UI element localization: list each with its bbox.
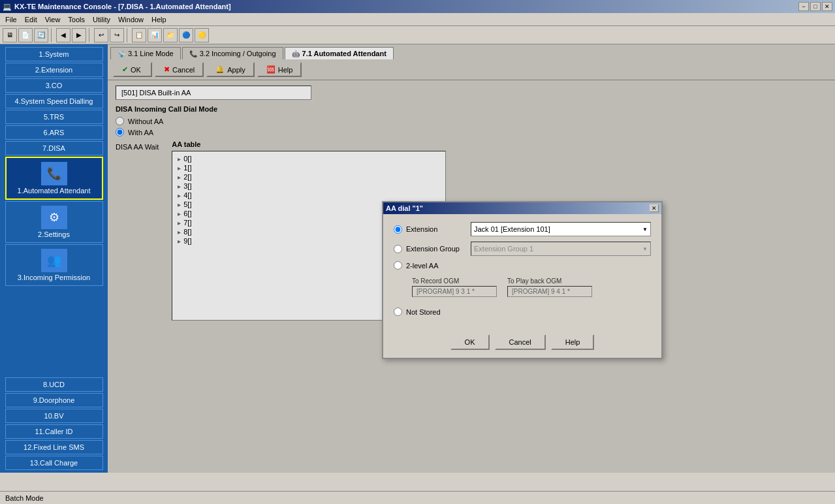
sidebar-item-ucd[interactable]: 8.UCD xyxy=(5,377,103,392)
toolbar-btn-7[interactable]: ↪ xyxy=(110,28,124,42)
sidebar-item-auto-attendant[interactable]: 📞 1.Automated Attendant xyxy=(5,157,103,200)
to-playback-ogm-label: To Play back OGM xyxy=(507,277,592,285)
main-layout: 1.System 2.Extension 3.CO 4.System Speed… xyxy=(0,44,835,473)
to-record-ogm-label: To Record OGM xyxy=(412,277,497,285)
extension-label-text: Extension xyxy=(406,225,437,233)
toolbar-btn-11[interactable]: 🔵 xyxy=(179,28,193,42)
two-level-aa-radio-label[interactable]: 2-level AA xyxy=(394,261,465,270)
extension-group-radio-label[interactable]: Extension Group xyxy=(394,245,465,253)
modal-ok-button[interactable]: OK xyxy=(450,334,490,350)
extension-group-dropdown-value: Extension Group 1 xyxy=(474,245,533,253)
two-level-aa-label-text: 2-level AA xyxy=(406,262,439,270)
toolbar-btn-5[interactable]: ▶ xyxy=(72,28,86,42)
status-bar: Batch Mode xyxy=(0,491,835,504)
extension-group-label-text: Extension Group xyxy=(406,245,460,253)
sidebar-item-caller-id[interactable]: 11.Caller ID xyxy=(5,424,103,439)
modal-row-not-stored: Not Stored xyxy=(394,307,651,316)
modal-help-button[interactable]: Help xyxy=(551,334,595,350)
menu-help[interactable]: Help xyxy=(148,14,170,25)
extension-group-radio[interactable] xyxy=(394,245,402,253)
modal-overlay: AA dial "1" ✕ Extension Jack 01 [Extensi… xyxy=(108,44,835,473)
toolbar-btn-3[interactable]: 🔄 xyxy=(34,28,48,42)
to-playback-ogm-field: To Play back OGM xyxy=(507,277,592,297)
to-record-ogm-field: To Record OGM xyxy=(412,277,497,297)
modal-row-2level-aa: 2-level AA To Record OGM To Play back OG… xyxy=(394,261,651,302)
sidebar: 1.System 2.Extension 3.CO 4.System Speed… xyxy=(0,44,108,473)
not-stored-radio-label[interactable]: Not Stored xyxy=(394,307,465,316)
toolbar-btn-10[interactable]: 📁 xyxy=(163,28,178,42)
menu-file[interactable]: File xyxy=(1,14,21,25)
extension-group-dropdown-arrow: ▼ xyxy=(642,246,648,252)
sidebar-item-doorphone[interactable]: 9.Doorphone xyxy=(5,393,103,407)
extension-dropdown[interactable]: Jack 01 [Extension 101] ▼ xyxy=(471,222,651,236)
app-icon: 💻 xyxy=(3,3,12,11)
to-playback-ogm-input xyxy=(507,286,592,297)
sidebar-label-settings: 2.Settings xyxy=(38,230,70,238)
modal-row-extension: Extension Jack 01 [Extension 101] ▼ xyxy=(394,222,651,236)
sidebar-item-ars[interactable]: 6.ARS xyxy=(5,125,103,140)
toolbar-separator-3 xyxy=(127,28,129,42)
menu-window[interactable]: Window xyxy=(114,14,148,25)
toolbar-btn-2[interactable]: 📄 xyxy=(18,28,33,42)
toolbar-btn-1[interactable]: 🖥 xyxy=(3,28,17,42)
not-stored-radio[interactable] xyxy=(394,307,402,316)
not-stored-label-text: Not Stored xyxy=(406,308,441,316)
menu-tools[interactable]: Tools xyxy=(64,14,89,25)
toolbar-separator-1 xyxy=(51,28,54,42)
toolbar-btn-6[interactable]: ↩ xyxy=(94,28,108,42)
title-bar: 💻 KX-TE Maintenance Console - [7.DISA - … xyxy=(0,0,835,13)
incoming-permission-icon: 👥 xyxy=(41,249,67,272)
menu-utility[interactable]: Utility xyxy=(89,14,114,25)
extension-group-dropdown[interactable]: Extension Group 1 ▼ xyxy=(471,242,651,256)
settings-icon: ⚙ xyxy=(41,206,67,229)
two-level-aa-radio[interactable] xyxy=(394,261,402,270)
title-text: KX-TE Maintenance Console - [7.DISA - 1.… xyxy=(14,3,231,10)
sidebar-label-auto-attendant: 1.Automated Attendant xyxy=(18,187,91,195)
sidebar-label-incoming-permission: 3.Incoming Permission xyxy=(18,274,90,281)
modal-cancel-button[interactable]: Cancel xyxy=(495,334,546,350)
toolbar-separator-2 xyxy=(89,28,91,42)
toolbar-btn-4[interactable]: ◀ xyxy=(56,28,71,42)
modal-footer: OK Cancel Help xyxy=(383,329,661,358)
minimize-button[interactable]: − xyxy=(798,2,809,11)
sidebar-item-disa[interactable]: 7.DISA xyxy=(5,141,103,155)
main-toolbar: 🖥 📄 🔄 ◀ ▶ ↩ ↪ 📋 📊 📁 🔵 🟡 xyxy=(0,26,835,44)
maximize-button[interactable]: □ xyxy=(810,2,821,11)
sidebar-item-trs[interactable]: 5.TRS xyxy=(5,110,103,124)
sidebar-item-bv[interactable]: 10.BV xyxy=(5,409,103,423)
close-button[interactable]: ✕ xyxy=(822,2,832,11)
extension-radio[interactable] xyxy=(394,225,402,234)
toolbar-btn-9[interactable]: 📊 xyxy=(148,28,162,42)
sidebar-item-incoming-permission[interactable]: 👥 3.Incoming Permission xyxy=(5,244,103,286)
toolbar-btn-12[interactable]: 🟡 xyxy=(195,28,209,42)
status-text: Batch Mode xyxy=(5,494,44,502)
sidebar-item-settings[interactable]: ⚙ 2.Settings xyxy=(5,201,103,243)
modal-title: AA dial "1" xyxy=(386,204,423,212)
auto-attendant-icon: 📞 xyxy=(41,162,67,185)
extension-radio-label[interactable]: Extension xyxy=(394,225,465,234)
sidebar-item-system[interactable]: 1.System xyxy=(5,47,103,61)
sidebar-item-call-charge[interactable]: 13.Call Charge xyxy=(5,456,103,470)
modal-body: Extension Jack 01 [Extension 101] ▼ Exte… xyxy=(383,214,661,329)
modal-dialog: AA dial "1" ✕ Extension Jack 01 [Extensi… xyxy=(382,201,663,359)
modal-close-button[interactable]: ✕ xyxy=(650,204,659,212)
menu-edit[interactable]: Edit xyxy=(21,14,41,25)
ogm-section: To Record OGM To Play back OGM xyxy=(412,275,592,297)
menu-bar: File Edit View Tools Utility Window Help xyxy=(0,13,835,26)
modal-title-bar: AA dial "1" ✕ xyxy=(383,202,661,214)
sidebar-item-system-speed-dialling[interactable]: 4.System Speed Dialling xyxy=(5,94,103,108)
menu-view[interactable]: View xyxy=(41,14,65,25)
ogm-row: To Record OGM To Play back OGM xyxy=(412,277,592,297)
sidebar-item-co[interactable]: 3.CO xyxy=(5,78,103,93)
toolbar-btn-8[interactable]: 📋 xyxy=(132,28,146,42)
modal-row-extension-group: Extension Group Extension Group 1 ▼ xyxy=(394,242,651,256)
extension-dropdown-arrow: ▼ xyxy=(642,227,648,232)
extension-dropdown-value: Jack 01 [Extension 101] xyxy=(474,225,550,233)
content-area: 📡 3.1 Line Mode 📞 3.2 Incoming / Outgoin… xyxy=(108,44,835,473)
sidebar-item-extension[interactable]: 2.Extension xyxy=(5,63,103,77)
sidebar-item-fixed-line-sms[interactable]: 12.Fixed Line SMS xyxy=(5,440,103,454)
to-record-ogm-input xyxy=(412,286,497,297)
